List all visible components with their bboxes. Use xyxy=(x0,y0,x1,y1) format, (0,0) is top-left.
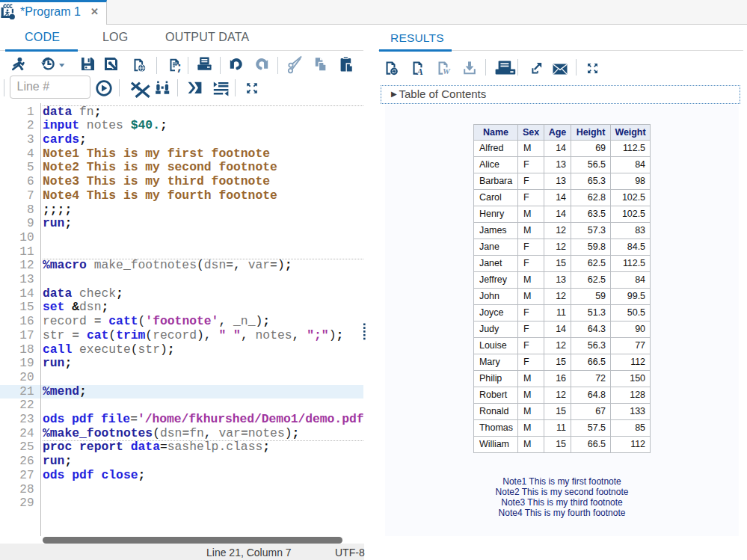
svg-text:;: ; xyxy=(176,61,182,73)
svg-text:W: W xyxy=(443,67,451,76)
svg-text:A: A xyxy=(416,67,423,76)
